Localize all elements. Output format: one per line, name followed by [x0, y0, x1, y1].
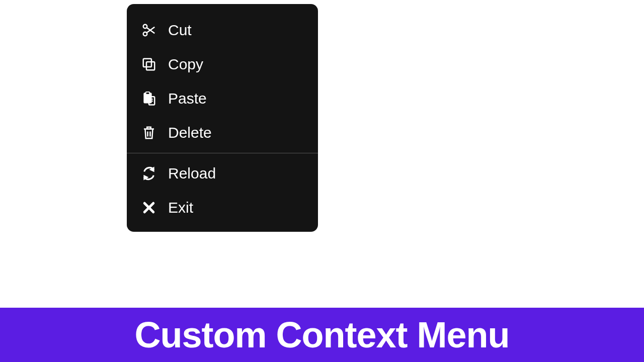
paste-icon: [141, 90, 157, 107]
copy-icon: [141, 56, 157, 72]
svg-point-1: [143, 32, 147, 36]
menu-item-label: Copy: [168, 57, 203, 72]
menu-item-label: Paste: [168, 91, 207, 106]
menu-item-delete[interactable]: Delete: [127, 116, 318, 150]
reload-icon: [141, 165, 157, 182]
menu-section-edit: Cut Copy: [127, 13, 318, 150]
menu-item-copy[interactable]: Copy: [127, 47, 318, 81]
menu-item-label: Delete: [168, 125, 212, 140]
title-banner: Custom Context Menu: [0, 308, 644, 362]
menu-item-cut[interactable]: Cut: [127, 13, 318, 47]
menu-item-paste[interactable]: Paste: [127, 81, 318, 116]
menu-item-label: Reload: [168, 166, 216, 181]
menu-section-app: Reload Exit: [127, 156, 318, 225]
page-title: Custom Context Menu: [135, 314, 510, 355]
svg-rect-7: [146, 92, 150, 95]
menu-item-exit[interactable]: Exit: [127, 191, 318, 225]
menu-item-label: Cut: [168, 23, 192, 38]
svg-rect-5: [146, 62, 154, 70]
menu-item-label: Exit: [168, 200, 193, 215]
context-menu: Cut Copy: [127, 4, 318, 232]
menu-divider: [127, 153, 318, 153]
menu-item-reload[interactable]: Reload: [127, 156, 318, 191]
svg-point-0: [143, 25, 147, 29]
close-icon: [141, 200, 157, 216]
svg-rect-4: [143, 59, 151, 67]
scissors-icon: [141, 22, 157, 38]
trash-icon: [141, 125, 157, 141]
stage: Cut Copy: [0, 0, 644, 362]
